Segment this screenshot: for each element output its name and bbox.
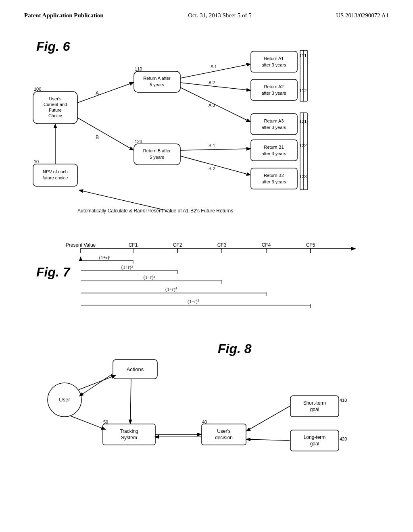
- page: Patent Application Publication Oct. 31, …: [0, 0, 413, 532]
- svg-line-118: [247, 406, 290, 431]
- svg-text:Automatically Calculate & Rank: Automatically Calculate & Rank Present V…: [77, 208, 233, 214]
- svg-text:goal: goal: [310, 407, 319, 412]
- svg-text:after 3 years: after 3 years: [261, 125, 286, 130]
- svg-text:Return A1: Return A1: [264, 56, 284, 61]
- svg-text:(1+r)¹: (1+r)¹: [99, 255, 111, 260]
- svg-text:110: 110: [135, 66, 142, 71]
- svg-text:B 2: B 2: [209, 166, 215, 171]
- svg-text:121: 121: [299, 119, 307, 124]
- svg-text:420: 420: [340, 436, 347, 441]
- svg-text:Present Value: Present Value: [66, 242, 96, 248]
- svg-text:Return B1: Return B1: [264, 145, 284, 150]
- svg-line-113: [80, 374, 113, 396]
- svg-rect-18: [251, 51, 297, 72]
- svg-text:Return A3: Return A3: [264, 118, 284, 123]
- svg-line-119: [247, 439, 290, 441]
- fig8-diagram: User Actions Tracking System 50 User's d…: [24, 337, 387, 466]
- svg-text:5 years: 5 years: [150, 155, 165, 160]
- svg-text:goal: goal: [310, 441, 319, 447]
- header-right: US 2013/0290072 A1: [336, 12, 389, 19]
- svg-text:CF1: CF1: [129, 242, 138, 248]
- svg-line-56: [180, 149, 250, 150]
- svg-text:decision: decision: [215, 435, 233, 441]
- svg-text:410: 410: [340, 398, 347, 403]
- svg-text:100: 100: [34, 87, 41, 91]
- svg-text:Actions: Actions: [127, 366, 144, 372]
- svg-text:Return A after: Return A after: [143, 76, 171, 81]
- svg-line-112: [79, 376, 115, 390]
- svg-rect-34: [251, 168, 297, 189]
- svg-text:B 1: B 1: [209, 143, 215, 148]
- svg-line-114: [71, 416, 105, 429]
- svg-text:after 3 years: after 3 years: [261, 62, 286, 67]
- svg-text:(1+r)⁵: (1+r)⁵: [188, 299, 200, 304]
- svg-text:(1+r)²: (1+r)²: [121, 264, 133, 270]
- svg-rect-22: [251, 79, 297, 100]
- svg-text:112: 112: [299, 88, 307, 93]
- svg-rect-14: [134, 144, 180, 165]
- svg-line-54: [180, 87, 250, 122]
- svg-text:40: 40: [202, 420, 207, 424]
- svg-text:User's: User's: [217, 428, 231, 434]
- svg-line-48: [77, 118, 133, 150]
- svg-rect-104: [290, 396, 339, 417]
- svg-text:Current and: Current and: [44, 102, 67, 107]
- svg-text:CF5: CF5: [306, 242, 315, 248]
- svg-line-52: [180, 83, 250, 90]
- fig8-label: Fig. 8: [218, 341, 252, 356]
- svg-text:B: B: [96, 135, 99, 140]
- svg-text:5 years: 5 years: [150, 82, 165, 87]
- svg-text:A 1: A 1: [211, 64, 217, 69]
- fig6-diagram: User's Current and Future Choice 100 NPV…: [24, 35, 389, 233]
- svg-rect-108: [290, 430, 339, 451]
- svg-text:120: 120: [135, 139, 142, 144]
- svg-text:after 3 years: after 3 years: [261, 151, 286, 156]
- svg-text:10: 10: [34, 159, 39, 164]
- svg-text:Long-term: Long-term: [304, 434, 326, 440]
- fig7-section: Fig. 7 Present Value CF1 CF2 CF3 CF4 CF5…: [24, 241, 389, 325]
- svg-text:122: 122: [299, 143, 307, 148]
- svg-rect-30: [251, 140, 297, 161]
- svg-text:111: 111: [299, 53, 307, 58]
- header: Patent Application Publication Oct. 31, …: [24, 12, 389, 19]
- header-left: Patent Application Publication: [24, 12, 104, 19]
- header-center: Oct. 31, 2013 Sheet 5 of 5: [188, 12, 251, 19]
- svg-text:User's: User's: [49, 96, 62, 101]
- svg-rect-100: [202, 424, 246, 445]
- svg-text:CF2: CF2: [173, 242, 182, 248]
- svg-text:Return B after: Return B after: [143, 148, 171, 153]
- fig6-section: Fig. 6 User's Current and Future Choice …: [24, 35, 389, 233]
- svg-text:Return A2: Return A2: [264, 84, 284, 89]
- svg-line-115: [130, 379, 131, 423]
- svg-text:Short-term: Short-term: [303, 400, 326, 406]
- svg-text:(1+r)³: (1+r)³: [144, 274, 155, 280]
- svg-text:Return B2: Return B2: [264, 173, 284, 178]
- svg-line-62: [79, 190, 166, 210]
- svg-rect-10: [134, 71, 180, 92]
- svg-rect-26: [251, 114, 297, 135]
- svg-text:after 3 years: after 3 years: [261, 179, 286, 184]
- svg-text:Tracking: Tracking: [120, 428, 138, 434]
- svg-line-58: [180, 156, 250, 175]
- svg-text:CF3: CF3: [217, 242, 227, 248]
- svg-rect-96: [103, 424, 155, 445]
- fig7-diagram: Present Value CF1 CF2 CF3 CF4 CF5 (1+r)¹…: [24, 241, 387, 325]
- svg-text:50: 50: [103, 420, 108, 424]
- fig8-section: Fig. 8 User Actions Tracking System 50 U…: [24, 337, 389, 466]
- svg-text:User: User: [59, 397, 70, 403]
- svg-text:(1+r)⁴: (1+r)⁴: [165, 287, 177, 292]
- svg-text:Future: Future: [49, 108, 62, 112]
- fig7-label: Fig. 7: [36, 265, 70, 280]
- svg-text:future choice: future choice: [43, 175, 68, 180]
- svg-text:CF4: CF4: [262, 242, 271, 248]
- svg-text:System: System: [121, 435, 137, 441]
- svg-text:Choice: Choice: [48, 113, 62, 118]
- svg-text:A 3: A 3: [209, 103, 215, 108]
- svg-text:NPV of each: NPV of each: [43, 169, 68, 174]
- svg-text:123: 123: [299, 174, 307, 179]
- svg-line-46: [77, 83, 133, 103]
- svg-text:after 3 years: after 3 years: [261, 91, 286, 96]
- svg-text:A 2: A 2: [209, 80, 215, 85]
- svg-text:A: A: [96, 90, 99, 96]
